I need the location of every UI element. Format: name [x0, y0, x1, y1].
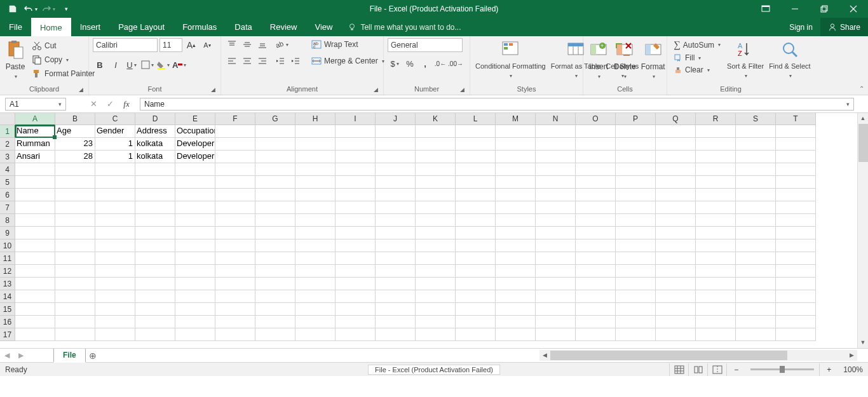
- cell-I5[interactable]: [336, 176, 376, 189]
- cell-D5[interactable]: [135, 176, 175, 189]
- column-header-G[interactable]: G: [255, 113, 295, 125]
- cell-J17[interactable]: [376, 328, 416, 341]
- name-box[interactable]: A1▾: [5, 98, 66, 111]
- column-header-M[interactable]: M: [496, 113, 536, 125]
- cell-S10[interactable]: [736, 239, 776, 252]
- autosum-button[interactable]: ∑AutoSum▾: [671, 38, 723, 51]
- cell-K3[interactable]: [416, 151, 456, 163]
- row-header-16[interactable]: 16: [0, 316, 15, 328]
- cell-C6[interactable]: [95, 189, 135, 201]
- cell-F8[interactable]: [215, 214, 255, 227]
- cell-G16[interactable]: [255, 316, 295, 328]
- cell-M7[interactable]: [496, 201, 536, 214]
- share-button[interactable]: Share: [820, 18, 868, 36]
- cell-J3[interactable]: [376, 151, 416, 163]
- save-button[interactable]: [4, 0, 22, 18]
- row-header-8[interactable]: 8: [0, 214, 15, 227]
- scroll-left-button[interactable]: ◀: [539, 350, 550, 361]
- cell-L16[interactable]: [456, 316, 496, 328]
- format-cells-button[interactable]: Format▾: [640, 38, 667, 81]
- cell-J2[interactable]: [376, 138, 416, 151]
- cell-M10[interactable]: [496, 239, 536, 252]
- font-size-input[interactable]: [159, 38, 182, 52]
- cell-O7[interactable]: [576, 201, 616, 214]
- fill-color-button[interactable]: ▾: [156, 58, 170, 71]
- cell-R13[interactable]: [696, 278, 736, 290]
- row-header-11[interactable]: 11: [0, 252, 15, 265]
- cell-L9[interactable]: [456, 227, 496, 239]
- cell-B15[interactable]: [55, 303, 95, 316]
- cell-J6[interactable]: [376, 189, 416, 201]
- italic-button[interactable]: I: [109, 58, 123, 71]
- cut-button[interactable]: Cut: [29, 39, 97, 52]
- cell-B10[interactable]: [55, 239, 95, 252]
- cell-O15[interactable]: [576, 303, 616, 316]
- row-header-17[interactable]: 17: [0, 328, 15, 341]
- cell-G5[interactable]: [255, 176, 295, 189]
- cell-B11[interactable]: [55, 252, 95, 265]
- cell-H15[interactable]: [295, 303, 336, 316]
- cell-J14[interactable]: [376, 290, 416, 303]
- cell-E6[interactable]: [175, 189, 215, 201]
- undo-button[interactable]: ▾: [22, 0, 39, 18]
- cell-F5[interactable]: [215, 176, 255, 189]
- cell-K5[interactable]: [416, 176, 456, 189]
- cell-E9[interactable]: [175, 227, 215, 239]
- wrap-text-button[interactable]: abcWrap Text: [309, 38, 387, 51]
- cell-R14[interactable]: [696, 290, 736, 303]
- cell-P8[interactable]: [616, 214, 656, 227]
- row-header-2[interactable]: 2: [0, 138, 15, 151]
- sheet-tab-active[interactable]: File: [53, 349, 86, 363]
- cell-T1[interactable]: [776, 125, 816, 138]
- cell-G9[interactable]: [255, 227, 295, 239]
- cell-P10[interactable]: [616, 239, 656, 252]
- cell-F4[interactable]: [215, 163, 255, 176]
- cell-B5[interactable]: [55, 176, 95, 189]
- cell-O16[interactable]: [576, 316, 616, 328]
- cell-M6[interactable]: [496, 189, 536, 201]
- font-color-button[interactable]: A▾: [172, 58, 186, 71]
- cell-O6[interactable]: [576, 189, 616, 201]
- column-header-S[interactable]: S: [736, 113, 776, 125]
- cell-M5[interactable]: [496, 176, 536, 189]
- collapse-ribbon-button[interactable]: ⌃: [859, 85, 864, 92]
- cell-O11[interactable]: [576, 252, 616, 265]
- cell-O9[interactable]: [576, 227, 616, 239]
- cell-O2[interactable]: [576, 138, 616, 151]
- cell-N17[interactable]: [536, 328, 576, 341]
- cell-A15[interactable]: [15, 303, 55, 316]
- cell-I3[interactable]: [336, 151, 376, 163]
- cell-E2[interactable]: Developer: [175, 138, 215, 151]
- cell-B1[interactable]: Age: [55, 125, 95, 138]
- column-header-D[interactable]: D: [135, 113, 175, 125]
- cell-N10[interactable]: [536, 239, 576, 252]
- cell-H13[interactable]: [295, 278, 336, 290]
- cell-H2[interactable]: [295, 138, 336, 151]
- copy-button[interactable]: Copy▾: [29, 53, 97, 66]
- cell-P17[interactable]: [616, 328, 656, 341]
- cell-L11[interactable]: [456, 252, 496, 265]
- align-center-button[interactable]: [240, 55, 254, 67]
- cell-F12[interactable]: [215, 265, 255, 278]
- cell-D10[interactable]: [135, 239, 175, 252]
- cell-T16[interactable]: [776, 316, 816, 328]
- cell-J5[interactable]: [376, 176, 416, 189]
- cell-H1[interactable]: [295, 125, 336, 138]
- cell-G11[interactable]: [255, 252, 295, 265]
- cell-K14[interactable]: [416, 290, 456, 303]
- cell-Q17[interactable]: [656, 328, 696, 341]
- shrink-font-button[interactable]: A▾: [200, 39, 214, 51]
- column-header-N[interactable]: N: [536, 113, 576, 125]
- cell-M13[interactable]: [496, 278, 536, 290]
- cell-K10[interactable]: [416, 239, 456, 252]
- cell-F6[interactable]: [215, 189, 255, 201]
- currency-button[interactable]: $▾: [388, 57, 402, 70]
- scroll-right-button[interactable]: ▶: [846, 350, 857, 361]
- insert-cells-button[interactable]: +Insert▾: [587, 38, 610, 81]
- signin-button[interactable]: Sign in: [782, 18, 820, 36]
- cell-D11[interactable]: [135, 252, 175, 265]
- cell-Q14[interactable]: [656, 290, 696, 303]
- insert-function-button[interactable]: fx: [118, 98, 135, 111]
- cell-C4[interactable]: [95, 163, 135, 176]
- formula-input[interactable]: Name▾: [140, 98, 854, 111]
